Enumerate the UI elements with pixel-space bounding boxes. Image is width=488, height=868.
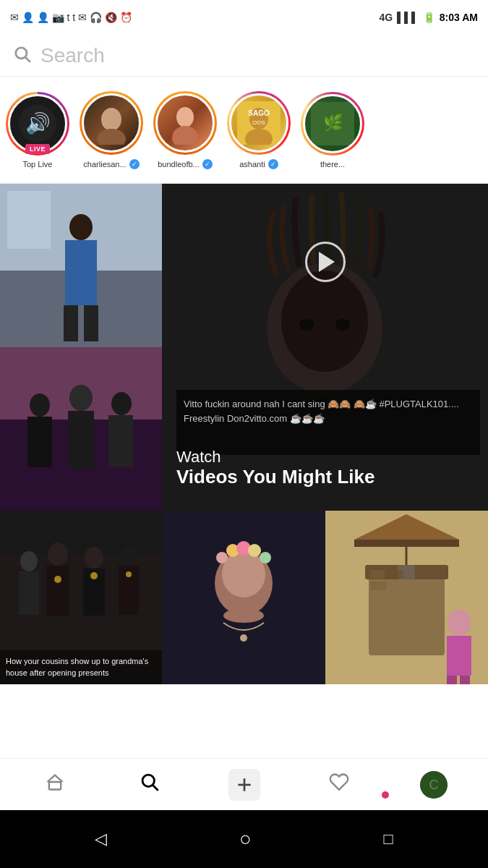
svg-point-40 xyxy=(126,571,132,577)
svg-rect-72 xyxy=(48,782,60,790)
search-icon xyxy=(13,45,32,67)
left-column: How your cousins show up to grandma's ho… xyxy=(0,184,162,684)
watch-label-overlay: Watch Videos You Might Like xyxy=(176,448,375,488)
grid-cell-woman-flower[interactable] xyxy=(162,511,325,684)
search-nav-icon xyxy=(140,772,160,797)
recents-button[interactable]: □ xyxy=(383,830,393,848)
svg-point-30 xyxy=(20,551,38,571)
svg-point-32 xyxy=(48,542,68,566)
nav-heart[interactable] xyxy=(291,772,386,797)
svg-point-73 xyxy=(142,775,154,786)
svg-point-53 xyxy=(248,544,261,557)
grid-cell-well[interactable] xyxy=(325,511,488,684)
home-button[interactable]: ○ xyxy=(239,827,252,851)
add-button[interactable] xyxy=(228,769,260,801)
svg-line-74 xyxy=(153,786,158,791)
svg-point-2 xyxy=(101,108,121,131)
play-triangle xyxy=(319,252,335,272)
back-button[interactable]: ◁ xyxy=(95,830,107,848)
right-column: Vitto fuckin around nah I cant sing 🙈🙈 🙈… xyxy=(162,184,488,684)
caption-overlay: How your cousins show up to grandma's ho… xyxy=(0,650,162,684)
svg-rect-69 xyxy=(370,570,385,579)
notification-badge xyxy=(382,791,389,799)
play-button[interactable] xyxy=(305,242,346,288)
time-display: 8:03 AM xyxy=(440,12,478,23)
signal-icon: ▌▌▌ xyxy=(397,12,419,23)
story-bundleofb[interactable]: bundleofb...✓ xyxy=(153,91,217,169)
svg-point-39 xyxy=(90,572,98,579)
svg-point-56 xyxy=(223,608,264,623)
story-inner-there: 🌿 xyxy=(303,94,362,153)
nav-search[interactable] xyxy=(102,772,197,797)
play-button-circle[interactable] xyxy=(305,242,346,282)
svg-rect-17 xyxy=(65,240,97,305)
svg-rect-31 xyxy=(19,571,39,615)
story-avatar-there: 🌿 xyxy=(301,92,364,156)
video-overlay-text: Vitto fuckin around nah I cant sing 🙈🙈 🙈… xyxy=(184,399,459,424)
story-label-bundleofb: bundleofb...✓ xyxy=(158,159,213,169)
notification-icons: ✉ 👤 👤 📷 t t ✉ 🎧 🔇 ⏰ xyxy=(10,12,132,23)
svg-rect-18 xyxy=(64,305,78,341)
svg-rect-71 xyxy=(370,582,386,590)
story-label-charliesan: charliesan...✓ xyxy=(83,159,139,169)
grid-cell-men-group[interactable] xyxy=(0,347,162,511)
story-avatar-top-live: 🔊 LIVE xyxy=(6,92,69,156)
svg-rect-67 xyxy=(447,676,457,684)
svg-point-57 xyxy=(240,634,247,642)
svg-point-26 xyxy=(111,392,132,415)
status-bar-right: 4G ▌▌▌ 🔋 8:03 AM xyxy=(379,12,478,23)
grid-cell-video[interactable]: Vitto fuckin around nah I cant sing 🙈🙈 🙈… xyxy=(162,184,488,511)
android-nav-bar: ◁ ○ □ xyxy=(0,810,488,868)
svg-rect-23 xyxy=(27,417,52,467)
content-grid: How your cousins show up to grandma's ho… xyxy=(0,184,488,684)
svg-point-54 xyxy=(260,552,271,563)
svg-point-34 xyxy=(85,547,103,569)
svg-text:SAGO: SAGO xyxy=(248,109,270,117)
grid-cell-rappers[interactable]: How your cousins show up to grandma's ho… xyxy=(0,511,162,684)
svg-point-24 xyxy=(69,385,93,411)
watch-label-top: Watch xyxy=(176,448,375,467)
profile-avatar: C xyxy=(420,771,448,799)
svg-rect-68 xyxy=(460,676,470,684)
videos-label: Videos You Might Like xyxy=(176,467,375,488)
svg-rect-19 xyxy=(84,305,98,341)
svg-text:🌿: 🌿 xyxy=(323,113,343,132)
home-icon xyxy=(45,772,65,797)
svg-point-5 xyxy=(172,126,198,145)
story-label-top-live: Top Live xyxy=(23,160,53,169)
nav-profile[interactable]: C xyxy=(386,771,481,799)
video-caption: Vitto fuckin around nah I cant sing 🙈🙈 🙈… xyxy=(184,397,466,425)
svg-point-3 xyxy=(97,129,126,145)
status-bar: ✉ 👤 👤 📷 t t ✉ 🎧 🔇 ⏰ 4G ▌▌▌ 🔋 8:03 AM xyxy=(0,0,488,35)
verified-icon: ✓ xyxy=(129,159,140,169)
svg-text:OOS: OOS xyxy=(252,119,265,126)
search-bar[interactable]: Search xyxy=(0,35,488,77)
story-ring-bundleofb xyxy=(153,91,217,155)
svg-point-4 xyxy=(176,107,194,127)
svg-point-22 xyxy=(30,393,50,417)
story-top-live[interactable]: 🔊 LIVE Top Live xyxy=(6,92,69,169)
verified-icon-2: ✓ xyxy=(202,159,213,169)
svg-rect-27 xyxy=(108,415,133,467)
svg-rect-25 xyxy=(68,411,94,469)
network-icon: 4G xyxy=(379,12,393,23)
nav-add[interactable] xyxy=(197,769,291,801)
grid-cell-woman-city[interactable] xyxy=(0,184,162,347)
story-label-there: there... xyxy=(320,160,345,169)
story-charliesan[interactable]: charliesan...✓ xyxy=(80,91,143,169)
svg-rect-15 xyxy=(7,191,51,249)
search-placeholder[interactable]: Search xyxy=(40,44,105,67)
verified-icon-3: ✓ xyxy=(268,159,278,169)
story-avatar-bundleofb xyxy=(153,91,217,155)
svg-point-44 xyxy=(299,319,314,331)
live-badge: LIVE xyxy=(25,144,50,154)
story-there[interactable]: 🌿 there... xyxy=(301,92,364,169)
svg-rect-33 xyxy=(46,566,69,616)
story-ashanti[interactable]: SAGO OOS ashanti✓ xyxy=(227,91,291,169)
nav-home[interactable] xyxy=(7,772,102,797)
speaker-icon: 🔊 xyxy=(19,105,56,142)
svg-point-16 xyxy=(69,214,93,240)
svg-rect-70 xyxy=(388,570,403,579)
svg-point-45 xyxy=(335,319,350,331)
status-bar-left: ✉ 👤 👤 📷 t t ✉ 🎧 🔇 ⏰ xyxy=(10,12,132,23)
